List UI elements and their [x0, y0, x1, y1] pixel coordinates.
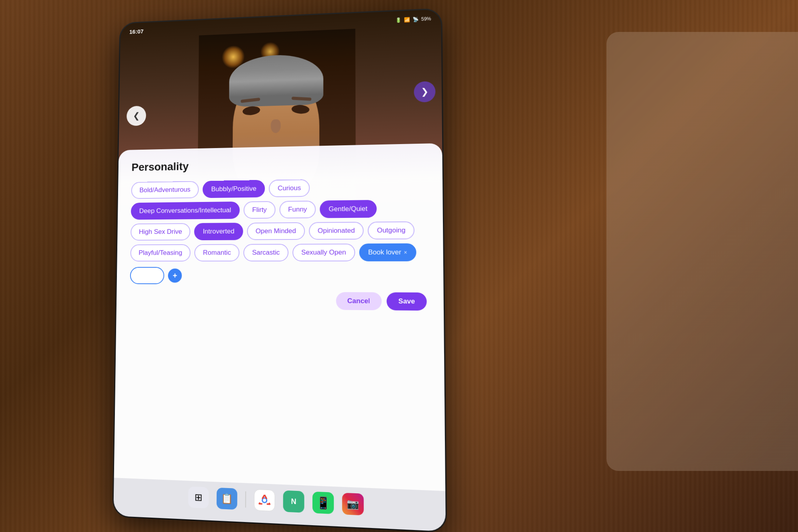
prev-photo-button[interactable]: ❮	[126, 106, 146, 126]
tablet-device: 16:07 🔋 📶 📡 59%	[113, 9, 446, 532]
tag-playful-teasing[interactable]: Playful/Teasing	[130, 244, 191, 261]
tag-book-lover[interactable]: Book lover ×	[359, 243, 417, 261]
tag-book-lover-label: Book lover	[368, 248, 401, 257]
tag-flirty[interactable]: Flirty	[243, 201, 275, 219]
custom-tag-input[interactable]	[130, 267, 164, 284]
tag-deep-conversations[interactable]: Deep Conversations/Intellectual	[131, 202, 240, 220]
signal-icon: 📡	[413, 16, 419, 22]
cancel-button[interactable]: Cancel	[336, 292, 382, 310]
tag-curious[interactable]: Curious	[269, 179, 310, 197]
action-buttons-row: Cancel Save	[130, 291, 429, 310]
tag-outgoing[interactable]: Outgoing	[368, 222, 415, 239]
dock-icon-apps[interactable]: ⊞	[188, 487, 209, 508]
dock-icon-notion[interactable]: N	[283, 490, 304, 513]
wifi-icon: 📶	[404, 17, 410, 23]
dock-icon-whatsapp[interactable]: 📱	[312, 492, 334, 514]
dock-divider	[245, 491, 246, 508]
tag-bold-adventurous[interactable]: Bold/Adventurous	[131, 181, 199, 199]
tag-introverted[interactable]: Introverted	[194, 223, 243, 240]
tag-opinionated[interactable]: Opinionated	[309, 222, 364, 240]
custom-tag-row: +	[130, 267, 182, 284]
tag-high-sex-drive[interactable]: High Sex Drive	[130, 223, 190, 241]
tag-bubbly-positive[interactable]: Bubbly/Positive	[203, 180, 265, 198]
battery-icon: 🔋	[395, 17, 401, 23]
dock-icon-instagram[interactable]: 📷	[342, 493, 363, 516]
tag-gentle-quiet[interactable]: Gentle/Quiet	[320, 200, 377, 218]
add-custom-tag-button[interactable]: +	[168, 269, 182, 283]
dock-icon-files[interactable]: 📋	[217, 488, 237, 510]
secondary-panel	[606, 32, 798, 471]
status-time: 16:07	[129, 28, 144, 35]
tag-sarcastic[interactable]: Sarcastic	[243, 244, 288, 261]
tag-open-minded[interactable]: Open Minded	[247, 222, 305, 240]
battery-percent: 59%	[421, 16, 431, 22]
tag-sexually-open[interactable]: Sexually Open	[292, 243, 355, 261]
save-button[interactable]: Save	[387, 292, 427, 310]
tag-funny[interactable]: Funny	[279, 201, 316, 219]
personality-tags-container: Bold/Adventurous Bubbly/Positive Curious…	[130, 178, 429, 285]
status-icons: 🔋 📶 📡 59%	[395, 16, 431, 23]
tag-book-lover-remove[interactable]: ×	[404, 249, 407, 255]
next-photo-button[interactable]: ❯	[414, 81, 435, 103]
tag-romantic[interactable]: Romantic	[194, 244, 239, 261]
dock-icon-chrome[interactable]	[254, 489, 275, 512]
personality-title: Personality	[131, 156, 428, 174]
personality-panel: Personality Bold/Adventurous Bubbly/Posi…	[114, 143, 446, 491]
